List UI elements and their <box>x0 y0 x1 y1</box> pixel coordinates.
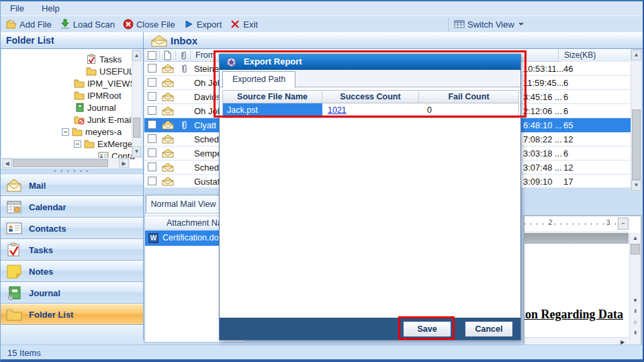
export-button[interactable]: Export <box>181 17 228 31</box>
scroll-left-icon[interactable]: ◀ <box>2 159 12 168</box>
preview-scrollbar[interactable]: ▲ ▼ ⇞ ○ ⇟ <box>629 233 641 346</box>
collapse-icon[interactable] <box>74 140 81 148</box>
previous-page-icon[interactable]: ⇞ <box>630 308 641 314</box>
tree-item-exmerge[interactable]: ExMerge <box>74 138 132 150</box>
close-file-label: Close File <box>136 19 175 30</box>
export-report-dialog: Export Report Exported Path Source File … <box>219 54 521 341</box>
next-page-icon[interactable]: ⇟ <box>630 330 641 336</box>
status-bar: 15 Items <box>1 345 643 361</box>
tab-stop-selector[interactable]: ⌐ <box>618 218 629 230</box>
exit-icon <box>230 19 240 30</box>
mail-time: 7:08:22 ... <box>523 134 562 144</box>
column-header-source-file[interactable]: Source File Name <box>223 91 322 103</box>
scroll-down-icon[interactable]: ▼ <box>630 298 641 304</box>
tree-item-label: meyers-a <box>85 127 122 137</box>
menu-item-help[interactable]: Help <box>42 3 60 13</box>
column-header-from[interactable]: From <box>195 50 215 60</box>
tree-item-ipm-views[interactable]: IPM_VIEWS <box>74 77 136 89</box>
journal-icon <box>74 102 85 113</box>
switch-view-icon <box>454 19 465 30</box>
open-folder-icon <box>6 19 17 30</box>
table-row[interactable]: Jack.pst 1021 0 <box>223 103 518 118</box>
nav-label: Mail <box>29 181 46 191</box>
tasks-icon <box>6 242 22 257</box>
cancel-button[interactable]: Cancel <box>465 321 513 337</box>
nav-journal[interactable]: Journal <box>1 282 143 304</box>
tree-item-junk-email[interactable]: Junk E-mail <box>74 114 133 126</box>
add-file-label: Add File <box>19 19 52 30</box>
folder-list-panel-title: Folder List <box>1 32 143 49</box>
scroll-up-icon[interactable]: ▲ <box>132 50 141 61</box>
row-checkbox[interactable] <box>148 163 156 171</box>
nav-label: Tasks <box>29 245 53 255</box>
dialog-footer: Save Cancel <box>220 318 520 340</box>
paperclip-icon <box>179 63 189 74</box>
tree-item-tasks[interactable]: Tasks <box>86 53 122 65</box>
tab-normal-mail-view[interactable]: Normal Mail View <box>146 195 221 213</box>
document-page: ion Regarding Data <box>524 244 629 336</box>
scrollbar-thumb[interactable] <box>133 118 140 138</box>
source-file-cell[interactable]: Jack.pst <box>223 103 322 118</box>
tree-item-label: Tasks <box>99 54 122 64</box>
mail-list-scrollbar[interactable]: ▲ ▼ <box>631 49 642 191</box>
row-checkbox[interactable] <box>148 120 156 129</box>
nav-label: Journal <box>29 288 60 298</box>
tree-vertical-scrollbar[interactable]: ▲ ▼ <box>132 50 142 158</box>
select-all-checkbox[interactable] <box>148 51 156 60</box>
row-checkbox[interactable] <box>148 106 156 115</box>
dialog-title-bar[interactable]: Export Report <box>220 54 520 70</box>
scrollbar-thumb[interactable] <box>13 159 108 167</box>
nav-contacts[interactable]: Contacts <box>1 218 143 239</box>
open-envelope-icon <box>162 64 174 73</box>
success-count-link[interactable]: 1021 <box>328 105 347 115</box>
inbox-envelope-icon <box>150 35 168 47</box>
row-checkbox[interactable] <box>148 64 156 73</box>
menu-item-file[interactable]: File <box>10 3 24 13</box>
switch-view-button[interactable]: Switch View <box>454 16 524 32</box>
row-checkbox[interactable] <box>148 92 156 101</box>
scrollbar-thumb[interactable] <box>632 109 641 180</box>
scroll-down-icon[interactable]: ▼ <box>132 146 141 157</box>
chevron-down-icon <box>518 23 524 26</box>
ruler-number: 3 <box>606 219 610 226</box>
scroll-up-icon[interactable]: ▲ <box>630 235 641 241</box>
tab-exported-path[interactable]: Exported Path <box>222 71 295 88</box>
tree-horizontal-scrollbar[interactable]: ◀ ▶ <box>2 158 130 168</box>
tree-item-ipmroot[interactable]: IPMRoot <box>74 89 122 101</box>
select-browse-object-icon[interactable]: ○ <box>630 319 641 326</box>
row-checkbox[interactable] <box>148 177 156 185</box>
scroll-down-icon[interactable]: ▼ <box>631 180 641 191</box>
exit-button[interactable]: Exit <box>227 17 263 31</box>
nav-notes[interactable]: Notes <box>1 261 143 282</box>
row-checkbox[interactable] <box>148 148 156 157</box>
ruler-number: 2 <box>549 219 553 226</box>
close-file-button[interactable]: Close File <box>120 17 181 31</box>
load-scan-button[interactable]: Load Scan <box>57 17 120 31</box>
scroll-up-icon[interactable]: ▲ <box>631 50 641 60</box>
tree-item-meyers-a[interactable]: meyers-a <box>62 126 122 138</box>
scrollbar-thumb[interactable] <box>631 244 640 255</box>
nav-label: Contacts <box>29 224 66 234</box>
nav-folder-list[interactable]: Folder List <box>1 304 143 325</box>
column-header-size[interactable]: Size(KB) <box>558 49 631 62</box>
scroll-right-icon[interactable]: ▶ <box>119 159 129 168</box>
add-file-button[interactable]: Add File <box>3 17 57 31</box>
row-checkbox[interactable] <box>148 78 156 87</box>
nav-tasks[interactable]: Tasks <box>1 239 143 261</box>
save-button[interactable]: Save <box>403 321 451 337</box>
attachment-filename: Certification.do <box>163 233 218 242</box>
nav-mail[interactable]: Mail <box>1 175 143 196</box>
column-header-fail-count[interactable]: Fail Count <box>419 91 518 103</box>
collapse-icon[interactable] <box>62 128 69 136</box>
open-envelope-icon <box>162 134 174 144</box>
column-header-success-count[interactable]: Success Count <box>322 91 419 103</box>
calendar-icon <box>6 199 22 214</box>
row-checkbox[interactable] <box>148 134 156 143</box>
tree-item-journal[interactable]: Journal <box>74 101 116 114</box>
tree-item-label: IPM_VIEWS <box>87 79 136 89</box>
tree-item-label: IPMRoot <box>87 91 122 101</box>
splitter-handle[interactable]: • • • • • • <box>1 169 143 175</box>
nav-calendar[interactable]: Calendar <box>1 196 143 218</box>
switch-view-label: Switch View <box>467 19 514 30</box>
dialog-tab-strip: Exported Path <box>220 70 520 87</box>
